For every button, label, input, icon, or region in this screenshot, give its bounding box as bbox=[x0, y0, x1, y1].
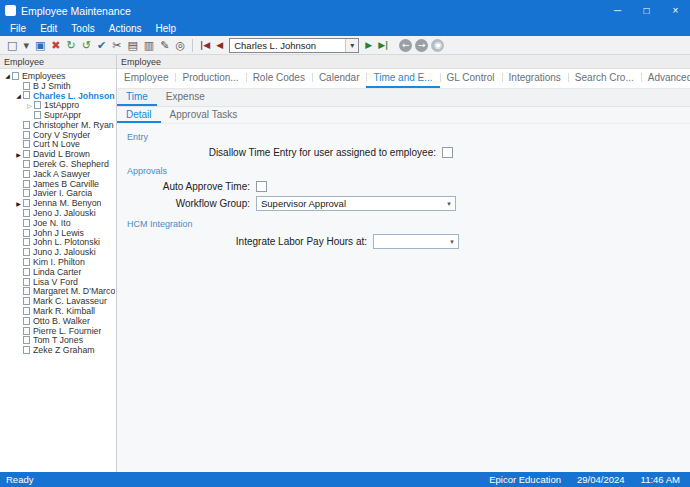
next-record-button[interactable]: ▶ bbox=[362, 40, 375, 50]
record-dropdown-icon[interactable]: ▾ bbox=[345, 39, 358, 52]
memo-icon[interactable]: ✎ bbox=[157, 37, 172, 54]
tree-item[interactable]: SuprAppr bbox=[0, 110, 116, 120]
detail-tab[interactable]: Detail bbox=[117, 107, 161, 123]
undo-icon[interactable]: ↺ bbox=[79, 37, 94, 54]
refresh-icon[interactable]: ↻ bbox=[64, 37, 79, 54]
status-date: 29/04/2024 bbox=[577, 474, 625, 485]
tree-item[interactable]: Derek G. Shepherd bbox=[0, 159, 116, 169]
tree-item[interactable]: Margaret M. D'Marco bbox=[0, 287, 116, 297]
tree-item[interactable]: John J Lewis bbox=[0, 228, 116, 238]
close-button[interactable]: × bbox=[661, 0, 690, 21]
tree-item[interactable]: Javier I. Garcia bbox=[0, 189, 116, 199]
tree-item[interactable]: Mark C. Lavasseur bbox=[0, 296, 116, 306]
main-tab[interactable]: GL Control bbox=[440, 69, 502, 88]
integrate-labor-select[interactable]: ▾ bbox=[373, 234, 459, 249]
detail-tab[interactable]: Approval Tasks bbox=[161, 107, 247, 123]
copy-icon[interactable]: ▤ bbox=[124, 37, 140, 54]
paste-icon[interactable]: ▥ bbox=[141, 37, 157, 54]
employee-icon bbox=[23, 297, 30, 305]
sub-tab[interactable]: Time bbox=[117, 89, 157, 106]
new-icon[interactable]: □ bbox=[4, 37, 20, 54]
tree-expander-icon[interactable] bbox=[25, 102, 34, 109]
tree-item[interactable]: Curt N Love bbox=[0, 140, 116, 150]
dropdown-arrow-icon[interactable]: ▾ bbox=[443, 200, 455, 208]
approve-icon[interactable]: ✔ bbox=[94, 37, 109, 54]
tree-expander-icon[interactable] bbox=[14, 200, 23, 207]
tree-item[interactable]: Jack A Sawyer bbox=[0, 169, 116, 179]
tree-item[interactable]: Zeke Z Graham bbox=[0, 345, 116, 355]
main-tab[interactable]: Employee bbox=[117, 69, 175, 88]
main-tab-label: GL Control bbox=[447, 72, 495, 83]
section-entry: Entry bbox=[127, 132, 690, 142]
tree-item[interactable]: Pierre L. Fournier bbox=[0, 326, 116, 336]
status-time: 11:46 AM bbox=[641, 474, 680, 485]
search-binoculars-icon[interactable]: ◎ bbox=[172, 37, 188, 54]
main-tab[interactable]: Production... bbox=[175, 69, 245, 88]
cut-icon[interactable]: ✂ bbox=[109, 37, 124, 54]
tree-item[interactable]: Jenna M. Benyon bbox=[0, 198, 116, 208]
auto-approve-checkbox[interactable] bbox=[256, 181, 267, 192]
main-tab[interactable]: Integrations bbox=[502, 69, 568, 88]
maximize-button[interactable]: □ bbox=[632, 0, 661, 21]
main-tab[interactable]: Calendar bbox=[312, 69, 367, 88]
tree-item-label: Employees bbox=[22, 71, 66, 81]
main-panel-header: Employee bbox=[117, 55, 690, 69]
prev-record-button[interactable]: ◀ bbox=[213, 40, 226, 50]
workflow-group-select[interactable]: Supervisor Approval ▾ bbox=[256, 196, 456, 211]
tree-item[interactable]: B J Smith bbox=[0, 81, 116, 91]
tree-expander-icon[interactable] bbox=[14, 151, 23, 158]
dropdown-arrow-icon[interactable]: ▾ bbox=[446, 238, 458, 246]
back-button[interactable]: ← bbox=[399, 39, 412, 52]
tree-item[interactable]: Cory V Snyder bbox=[0, 130, 116, 140]
tree-item-label: Linda Carter bbox=[33, 267, 81, 277]
main-tab[interactable]: Search Cro... bbox=[568, 69, 641, 88]
main-tab[interactable]: Time and E... bbox=[366, 69, 439, 88]
main-tab[interactable]: Role Codes bbox=[246, 69, 312, 88]
delete-icon[interactable]: ✖ bbox=[48, 37, 63, 54]
tree-item[interactable]: Kim I. Philton bbox=[0, 257, 116, 267]
menu-item[interactable]: File bbox=[3, 21, 33, 36]
tree-item-label: Margaret M. D'Marco bbox=[33, 286, 115, 296]
recent-records-button[interactable]: ◉ bbox=[431, 39, 444, 52]
tree-item[interactable]: Mark R. Kimball bbox=[0, 306, 116, 316]
menu-item[interactable]: Tools bbox=[64, 21, 101, 36]
first-record-button[interactable]: |◀ bbox=[197, 40, 213, 50]
tree-item[interactable]: Otto B. Walker bbox=[0, 316, 116, 326]
minimize-button[interactable]: ─ bbox=[603, 0, 632, 21]
new-dropdown-icon[interactable]: ▾ bbox=[20, 37, 32, 54]
employee-icon bbox=[34, 101, 41, 109]
tree-item[interactable]: Linda Carter bbox=[0, 267, 116, 277]
menu-item[interactable]: Actions bbox=[102, 21, 149, 36]
tree-item[interactable]: Tom T Jones bbox=[0, 336, 116, 346]
menu-item[interactable]: Help bbox=[149, 21, 184, 36]
time-expense-tab-strip: Time Expense bbox=[117, 89, 690, 107]
main-tab[interactable]: Advanced... bbox=[641, 69, 690, 88]
tree-item-label: SuprAppr bbox=[44, 110, 81, 120]
disallow-time-entry-checkbox[interactable] bbox=[442, 147, 453, 158]
save-icon[interactable]: ▣ bbox=[32, 37, 48, 54]
tree-item[interactable]: Christopher M. Ryan bbox=[0, 120, 116, 130]
employee-icon bbox=[34, 111, 41, 119]
last-record-button[interactable]: ▶| bbox=[375, 40, 391, 50]
tree-item[interactable]: Employees bbox=[0, 71, 116, 81]
record-selector[interactable]: Charles L. Johnson ▾ bbox=[229, 38, 359, 53]
tree-expander-icon[interactable] bbox=[14, 92, 23, 99]
tree-expander-icon[interactable] bbox=[3, 72, 12, 79]
tree-item[interactable]: Charles L. Johnson bbox=[0, 91, 116, 101]
tree-item[interactable]: Joe N. Ito bbox=[0, 218, 116, 228]
tree-item[interactable]: 1stAppro bbox=[0, 100, 116, 110]
employee-icon bbox=[23, 140, 30, 148]
employee-icon bbox=[23, 238, 30, 246]
sub-tab[interactable]: Expense bbox=[157, 89, 214, 106]
tree-item[interactable]: Lisa V Ford bbox=[0, 277, 116, 287]
tree-item[interactable]: John L. Plotonski bbox=[0, 238, 116, 248]
menu-item[interactable]: Edit bbox=[33, 21, 64, 36]
tree-item[interactable]: Jeno J. Jalouski bbox=[0, 208, 116, 218]
tree-item[interactable]: David L Brown bbox=[0, 149, 116, 159]
tree-item[interactable]: James B Carville bbox=[0, 179, 116, 189]
tree-item-label: Javier I. Garcia bbox=[33, 188, 92, 198]
employee-icon bbox=[23, 91, 30, 99]
forward-button[interactable]: → bbox=[415, 39, 428, 52]
main-tab-label: Production... bbox=[182, 72, 238, 83]
tree-item[interactable]: Juno J. Jalouski bbox=[0, 247, 116, 257]
